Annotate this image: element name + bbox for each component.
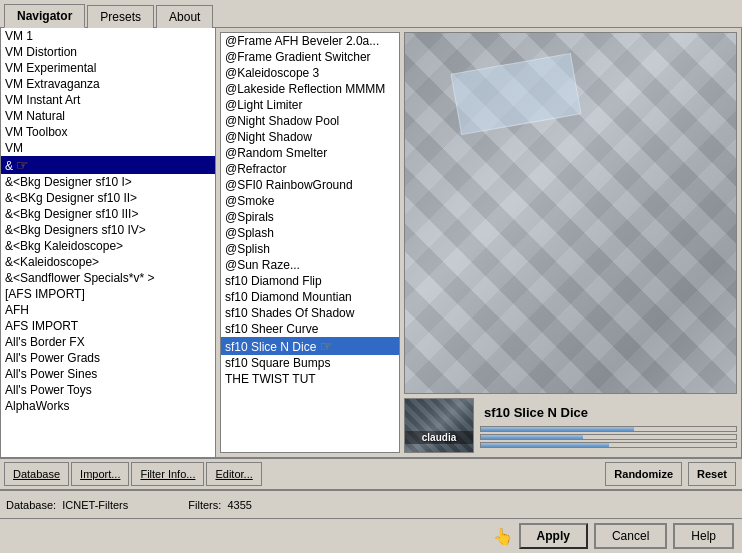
thumbnail-row: claudia sf10 Slice N Dice xyxy=(404,398,737,453)
editor-button[interactable]: Editor... xyxy=(206,462,261,486)
left-list-item[interactable]: &<Bkg Designer sf10 III> xyxy=(1,206,215,222)
cancel-button[interactable]: Cancel xyxy=(594,523,667,549)
right-list-item[interactable]: @Lakeside Reflection MMMM xyxy=(221,81,399,97)
database-status: Database: ICNET-Filters xyxy=(6,499,128,511)
left-list-item[interactable]: &<Bkg Designers sf10 IV> xyxy=(1,222,215,238)
import-button[interactable]: Import... xyxy=(71,462,129,486)
right-list-item[interactable]: sf10 Diamond Flip xyxy=(221,273,399,289)
tab-about[interactable]: About xyxy=(156,5,213,28)
action-row: 👆 Apply Cancel Help xyxy=(0,518,742,553)
left-list-item[interactable]: & ☞ xyxy=(1,156,215,174)
preview-and-list: @Frame AFH Beveler 2.0a...@Frame Gradien… xyxy=(220,32,737,453)
right-panel: @Frame AFH Beveler 2.0a...@Frame Gradien… xyxy=(216,28,741,457)
left-list-item[interactable]: VM Experimental xyxy=(1,60,215,76)
right-list-item[interactable]: @Frame AFH Beveler 2.0a... xyxy=(221,33,399,49)
help-button[interactable]: Help xyxy=(673,523,734,549)
database-button[interactable]: Database xyxy=(4,462,69,486)
left-list-item[interactable]: AFH xyxy=(1,302,215,318)
tab-navigator[interactable]: Navigator xyxy=(4,4,85,28)
left-list-item[interactable]: &<BKg Designer sf10 II> xyxy=(1,190,215,206)
left-list-item[interactable]: VM xyxy=(1,140,215,156)
tab-bar: Navigator Presets About xyxy=(0,0,742,28)
right-list-item[interactable]: sf10 Diamond Mountian xyxy=(221,289,399,305)
left-list-item[interactable]: VM Instant Art xyxy=(1,92,215,108)
progress-bars xyxy=(480,426,737,448)
left-list-item[interactable]: All's Power Sines xyxy=(1,366,215,382)
thumbnail-label: claudia xyxy=(405,431,473,444)
right-list-item[interactable]: @Kaleidoscope 3 xyxy=(221,65,399,81)
left-list-item[interactable]: &<Kaleidoscope> xyxy=(1,254,215,270)
right-list-item[interactable]: sf10 Slice N Dice ☞ xyxy=(221,337,399,355)
thumbnail-info: sf10 Slice N Dice xyxy=(480,398,737,453)
progress-fill-1 xyxy=(481,427,634,431)
progress-bar-2 xyxy=(480,434,737,440)
preview-area: claudia sf10 Slice N Dice xyxy=(404,32,737,453)
apply-button[interactable]: Apply xyxy=(519,523,588,549)
progress-fill-2 xyxy=(481,435,583,439)
category-list-scroll[interactable]: VM 1VM DistortionVM ExperimentalVM Extra… xyxy=(1,28,215,457)
right-list-item[interactable]: @Splish xyxy=(221,241,399,257)
toolbar-right: Randomize Reset xyxy=(605,462,738,486)
preview-image xyxy=(404,32,737,394)
right-list-item[interactable]: sf10 Shades Of Shadow xyxy=(221,305,399,321)
right-list-item[interactable]: sf10 Sheer Curve xyxy=(221,321,399,337)
left-list-item[interactable]: All's Border FX xyxy=(1,334,215,350)
right-list-item[interactable]: @Smoke xyxy=(221,193,399,209)
apply-cursor-icon: 👆 xyxy=(493,527,513,546)
left-list-item[interactable]: VM Distortion xyxy=(1,44,215,60)
reset-button[interactable]: Reset xyxy=(688,462,736,486)
filter-list-container: @Frame AFH Beveler 2.0a...@Frame Gradien… xyxy=(220,32,400,453)
right-list-item[interactable]: THE TWIST TUT xyxy=(221,371,399,387)
right-list-item[interactable]: @SFI0 RainbowGround xyxy=(221,177,399,193)
left-list-item[interactable]: VM Extravaganza xyxy=(1,76,215,92)
tab-presets[interactable]: Presets xyxy=(87,5,154,28)
filter-list[interactable]: @Frame AFH Beveler 2.0a...@Frame Gradien… xyxy=(221,33,399,452)
right-list-item[interactable]: @Refractor xyxy=(221,161,399,177)
selected-filter-name: sf10 Slice N Dice xyxy=(480,403,737,422)
thumbnail-preview: claudia xyxy=(404,398,474,453)
left-list-item[interactable]: All's Power Grads xyxy=(1,350,215,366)
left-list-item[interactable]: &<Bkg Kaleidoscope> xyxy=(1,238,215,254)
progress-bar-1 xyxy=(480,426,737,432)
left-list-item[interactable]: AFS IMPORT xyxy=(1,318,215,334)
left-list-item[interactable]: VM Natural xyxy=(1,108,215,124)
right-list-item[interactable]: @Night Shadow xyxy=(221,129,399,145)
randomize-button[interactable]: Randomize xyxy=(605,462,682,486)
filters-status: Filters: 4355 xyxy=(188,499,252,511)
left-list-item[interactable]: &<Bkg Designer sf10 I> xyxy=(1,174,215,190)
right-list-item[interactable]: @Night Shadow Pool xyxy=(221,113,399,129)
left-panel: VM 1VM DistortionVM ExperimentalVM Extra… xyxy=(1,28,216,457)
right-list-item[interactable]: @Light Limiter xyxy=(221,97,399,113)
right-list-item[interactable]: @Sun Raze... xyxy=(221,257,399,273)
left-list-item[interactable]: VM Toolbox xyxy=(1,124,215,140)
status-bar: Database: ICNET-Filters Filters: 4355 xyxy=(0,490,742,518)
progress-bar-3 xyxy=(480,442,737,448)
right-list-item[interactable]: @Spirals xyxy=(221,209,399,225)
left-list-item[interactable]: [AFS IMPORT] xyxy=(1,286,215,302)
left-list-item[interactable]: VM 1 xyxy=(1,28,215,44)
bottom-toolbar: Database Import... Filter Info... Editor… xyxy=(0,458,742,490)
right-list-item[interactable]: sf10 Square Bumps xyxy=(221,355,399,371)
left-list-item[interactable]: &<Sandflower Specials*v* > xyxy=(1,270,215,286)
right-list-item[interactable]: @Random Smelter xyxy=(221,145,399,161)
main-content: VM 1VM DistortionVM ExperimentalVM Extra… xyxy=(0,28,742,458)
category-list-container: VM 1VM DistortionVM ExperimentalVM Extra… xyxy=(1,28,215,457)
progress-fill-3 xyxy=(481,443,609,447)
right-list-item[interactable]: @Frame Gradient Switcher xyxy=(221,49,399,65)
filter-info-button[interactable]: Filter Info... xyxy=(131,462,204,486)
left-list-item[interactable]: AlphaWorks xyxy=(1,398,215,414)
right-list-item[interactable]: @Splash xyxy=(221,225,399,241)
left-list-item[interactable]: All's Power Toys xyxy=(1,382,215,398)
